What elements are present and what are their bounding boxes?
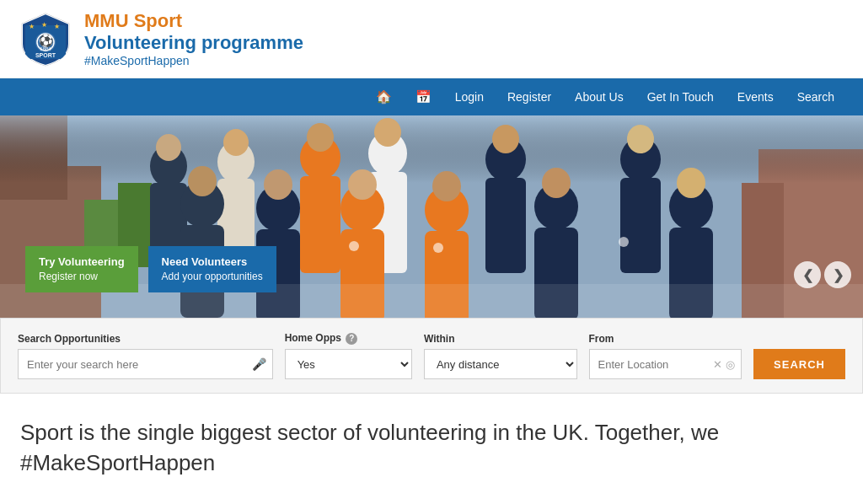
brand-subtitle: Volunteering programme [84,32,303,54]
from-field: From ✕ ◎ [589,333,742,379]
svg-point-55 [619,237,629,247]
svg-point-24 [307,123,334,152]
nav-events[interactable]: Events [726,78,785,115]
svg-point-27 [374,118,401,147]
logo-text: MMU Sport Volunteering programme #MakeSp… [84,10,303,67]
svg-rect-31 [485,178,526,273]
nav-about[interactable]: About Us [563,78,635,115]
site-header: ★ ★ ★ SPORT 1884 ⚽ MMU Sport Volunteerin… [0,0,863,78]
svg-rect-25 [300,176,340,273]
location-icons: ✕ ◎ [713,358,735,371]
home-opps-label: Home Opps ? [285,332,412,345]
search-input-wrapper: 🎤 [18,349,273,379]
svg-text:SPORT: SPORT [35,52,56,58]
within-field: Within Any distance 5 miles 10 miles 20 … [424,333,577,379]
volunteer-button[interactable]: Try Volunteering Register now [25,246,138,292]
calendar-icon: 📅 [415,89,432,105]
microphone-icon: 🎤 [252,357,266,371]
brand-hashtag: #MakeSportHappen [84,54,303,67]
svg-rect-34 [620,178,661,273]
need-volunteers-button[interactable]: Need Volunteers Add your opportunities [148,246,276,292]
nav-get-in-touch[interactable]: Get In Touch [635,78,726,115]
svg-point-33 [627,125,654,153]
svg-rect-16 [0,115,863,183]
within-label: Within [424,333,577,345]
svg-point-18 [156,134,181,161]
svg-text:⚽: ⚽ [39,34,54,48]
svg-point-39 [264,169,292,200]
svg-text:★: ★ [41,21,47,29]
nav-search[interactable]: Search [785,78,846,115]
carousel-next-button[interactable]: ❯ [824,261,851,288]
svg-text:★: ★ [29,23,35,30]
location-input-wrapper: ✕ ◎ [589,349,742,379]
search-opportunities-label: Search Opportunities [18,333,273,345]
geolocate-icon[interactable]: ◎ [726,358,735,371]
search-input[interactable] [18,349,273,379]
nav-register[interactable]: Register [496,78,563,115]
home-opps-field: Home Opps ? Yes No [285,332,412,379]
hero-section: Try Volunteering Register now Need Volun… [0,115,863,318]
within-select[interactable]: Any distance 5 miles 10 miles 20 miles 5… [424,349,577,379]
svg-point-54 [433,243,443,253]
tagline-section: Sport is the single biggest sector of vo… [0,394,863,496]
from-label: From [589,333,742,345]
home-opps-help-icon[interactable]: ? [346,333,357,345]
navbar: 🏠 📅 Login Register About Us Get In Touch… [0,78,863,115]
svg-point-53 [349,241,359,251]
home-icon: 🏠 [376,89,392,105]
nav-calendar[interactable]: 📅 [404,78,443,115]
carousel-prev-button[interactable]: ❮ [794,261,821,288]
search-bar: Search Opportunities 🎤 Home Opps ? Yes N… [0,318,863,394]
svg-point-45 [432,171,461,201]
shield-logo: ★ ★ ★ SPORT 1884 ⚽ [17,10,74,67]
logo-area: ★ ★ ★ SPORT 1884 ⚽ MMU Sport Volunteerin… [17,10,303,67]
nav-login[interactable]: Login [443,78,496,115]
nav-home[interactable]: 🏠 [364,78,404,115]
svg-point-21 [223,129,249,156]
svg-point-42 [348,169,377,200]
clear-location-icon[interactable]: ✕ [713,358,722,371]
svg-point-36 [188,166,217,196]
svg-point-48 [542,168,571,198]
brand-name: MMU Sport [84,10,303,32]
search-button[interactable]: SEARCH [753,349,845,379]
search-opportunities-field: Search Opportunities 🎤 [18,333,273,379]
svg-point-51 [677,168,705,198]
hero-buttons: Try Volunteering Register now Need Volun… [25,246,276,292]
tagline-text: Sport is the single biggest sector of vo… [20,417,843,479]
svg-text:★: ★ [54,23,60,30]
svg-point-30 [492,125,519,153]
home-opps-select[interactable]: Yes No [285,349,412,379]
